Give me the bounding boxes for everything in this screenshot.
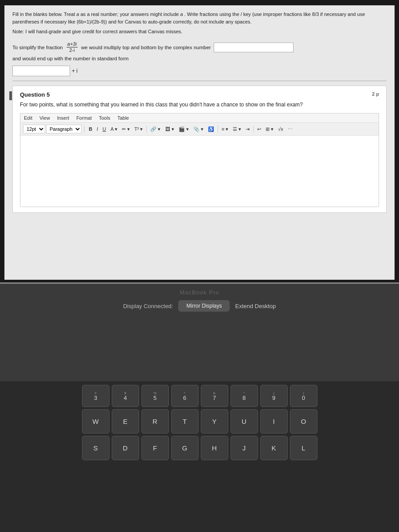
question-points: 2 p [372,91,379,98]
question-label: Question 5 [20,91,50,98]
fraction-prefix-text: To simplify the fraction [12,45,63,50]
key-0[interactable]: )0 [290,385,317,407]
complex-number-input[interactable] [214,43,293,52]
bold-button[interactable]: B [87,125,94,133]
key-O[interactable]: O [290,409,317,434]
indent-button[interactable]: ⇥ [244,125,251,133]
menu-tools[interactable]: Tools [99,115,110,121]
question-header: Question 5 2 p [20,91,379,98]
key-7[interactable]: &7 [201,385,228,407]
key-L[interactable]: L [290,436,317,460]
display-connected-label: Display Connected: [123,303,173,309]
extend-desktop-button[interactable]: Extend Desktop [235,303,276,309]
key-J[interactable]: J [231,436,258,460]
key-H[interactable]: H [201,436,228,460]
key-F[interactable]: F [141,436,169,460]
screen-bezel-top [0,0,399,5]
answer-input-real[interactable] [12,66,70,76]
key-S[interactable]: S [82,436,110,460]
question5-section: Question 5 2 p For two points, what is s… [12,86,387,213]
mirror-displays-button[interactable]: Mirror Displays [178,300,230,312]
key-4[interactable]: $4 [112,385,139,407]
image-button[interactable]: 🖼 ▾ [164,125,176,133]
font-color-button[interactable]: A ▾ [109,125,119,133]
key-3[interactable]: #3 [82,385,110,407]
toolbar-separator-1 [146,125,147,133]
embed-button[interactable]: 📎 ▾ [192,125,205,133]
key-5[interactable]: %5 [141,385,169,407]
menu-edit[interactable]: Edit [24,115,32,121]
list-button[interactable]: ☰ ▾ [231,125,243,133]
menu-view[interactable]: View [39,115,50,121]
fraction-middle-text: we would multiply top and bottom by the … [81,45,211,50]
fraction-section: To simplify the fraction a+3i 2-i we wou… [12,41,387,61]
laptop-screen: Fill in the blanks below. Treat a as a r… [0,0,399,284]
rte-menu-bar: Edit View Insert Format Tools Table [20,113,379,123]
key-row-d: S D F G H J K L [4,436,395,460]
screen-content: Fill in the blanks below. Treat a as a r… [4,4,395,283]
key-D[interactable]: D [112,436,139,460]
macbook-brand-label: MacBook Pro [180,289,219,296]
question-prompt: For two points, what is something that y… [20,102,379,108]
fraction-display: a+3i 2-i [66,41,78,53]
toolbar-separator-2 [218,125,218,133]
note-text: Note: I will hand-grade and give credit … [12,29,387,34]
key-I[interactable]: I [260,409,288,434]
rte-content-area[interactable] [20,136,379,207]
key-9[interactable]: (9 [260,385,288,407]
fraction-end-text: and would end up with the number in stan… [12,56,129,61]
link-button[interactable]: 🔗 ▾ [149,125,162,133]
screen-bezel-right [395,0,399,282]
pen-button[interactable]: ✏ ▾ [120,125,132,133]
key-E[interactable]: E [112,409,139,434]
key-row-e: W E R T Y U I O [4,409,395,434]
keyboard: #3 $4 %5 ^6 &7 *8 (9 )0 W E R T Y U I O … [0,381,399,532]
rtl-button[interactable]: ↩ [255,125,263,133]
table-button[interactable]: ⊞ ▾ [264,125,275,133]
plus-i-label: + i [72,68,78,74]
rte-toolbar: 12pt Paragraph | B I U A ▾ ✏ ▾ T² ▾ 🔗 ▾ … [20,123,379,136]
key-K[interactable]: K [260,436,288,460]
screen-bezel-left [0,0,4,282]
key-8[interactable]: *8 [231,385,258,407]
question-indicator [9,91,12,100]
key-W[interactable]: W [82,409,110,434]
media-button[interactable]: 🎬 ▾ [177,125,191,133]
more-button[interactable]: ⋯ [286,125,294,133]
menu-insert[interactable]: Insert [57,115,70,121]
macbook-body: MacBook Pro Display Connected: Mirror Di… [0,284,399,532]
superscript-button[interactable]: T² ▾ [133,125,145,133]
paragraph-select[interactable]: Paragraph [46,125,82,133]
accessibility-button[interactable]: ♿ [206,125,216,133]
section-divider [12,81,387,81]
key-T[interactable]: T [171,409,199,434]
fraction-denominator: 2-i [68,47,75,53]
instructions-line1: Fill in the blanks below. Treat a as a r… [12,11,387,25]
key-Y[interactable]: Y [201,409,228,434]
answer-row: + i [12,66,387,76]
sqrt-button[interactable]: √x [276,125,285,133]
key-6[interactable]: ^6 [171,385,199,407]
display-bar: Display Connected: Mirror Displays Exten… [123,300,276,312]
menu-format[interactable]: Format [76,115,92,121]
menu-table[interactable]: Table [117,115,129,121]
align-button[interactable]: ≡ ▾ [220,125,230,133]
key-row-numbers: #3 $4 %5 ^6 &7 *8 (9 )0 [4,385,395,407]
fraction-numerator: a+3i [66,41,78,47]
key-G[interactable]: G [171,436,199,460]
toolbar-separator-3 [253,125,254,133]
screen-bezel-bottom [0,280,399,282]
underline-button[interactable]: U [101,125,108,133]
key-U[interactable]: U [231,409,258,434]
rich-text-editor: Edit View Insert Format Tools Table 12pt… [20,113,379,207]
font-size-select[interactable]: 12pt [23,125,45,133]
key-R[interactable]: R [141,409,169,434]
italic-button[interactable]: I [95,125,100,133]
